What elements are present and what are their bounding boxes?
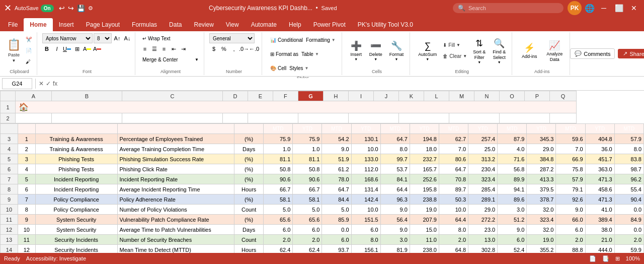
fill-button[interactable]: ⬇ Fill ▼ [441,40,469,50]
cell-f[interactable]: 90.6 [293,174,322,184]
view-normal-button[interactable]: 📄 [589,255,596,262]
cell-n[interactable]: 384.8 [527,154,556,164]
cell-i[interactable]: 99.7 [380,154,410,164]
row-header-13[interactable]: 13 [1,235,18,245]
format-painter-button[interactable]: 🖌 [24,57,34,67]
minimize-button[interactable]: ─ [598,2,610,14]
cell-g[interactable]: 61.2 [322,164,351,174]
align-right-button[interactable]: ≡ [159,44,169,53]
cell-e[interactable]: 6.0 [264,225,293,235]
view-layout-button[interactable]: 📑 [602,255,609,262]
cell-l[interactable]: 13.0 [468,235,498,245]
cell-f[interactable]: 1.0 [293,144,322,154]
increase-indent-button[interactable]: ⇥ [179,44,188,53]
tab-page-layout[interactable]: Page Layout [80,18,126,31]
share-button[interactable]: ↗ Share [618,49,644,58]
cell-o[interactable]: 66.9 [556,154,585,164]
cell-p[interactable]: 21.0 [585,235,614,245]
cell-k[interactable]: 2.0 [439,235,468,245]
cell-name[interactable]: Phishing Click Rate [117,164,234,174]
cell-i[interactable]: 53.7 [380,164,410,174]
cell-o[interactable]: 57.9 [556,174,585,184]
cell-l[interactable]: 285.4 [468,184,498,194]
font-size-select[interactable]: 8 [94,33,112,43]
cell-group[interactable]: Incident Reporting [35,174,117,184]
cell-o[interactable]: 75.8 [556,164,585,174]
cell-unit[interactable]: Hours [234,184,264,194]
cell-e[interactable]: 58.1 [264,194,293,205]
globe-icon[interactable]: 🌐 [585,4,595,13]
cell-group[interactable]: Incident Reporting [35,184,117,194]
cell-group[interactable]: Phishing Tests [35,154,117,164]
cell-l[interactable]: 323.4 [468,174,498,184]
cell-n[interactable]: 323.4 [527,215,556,225]
confirm-formula-icon[interactable]: ✓ [46,80,51,87]
cell-group[interactable]: Training & Awareness [35,144,117,154]
cell-p[interactable]: 38.0 [585,225,614,235]
sort-filter-button[interactable]: ⇅ Sort & Filter ▼ [470,37,489,64]
cell-f[interactable]: 81.1 [293,154,322,164]
cell-l[interactable]: 272.2 [468,215,498,225]
cell-e[interactable]: 75.9 [264,134,293,144]
cell-q[interactable]: 57.9 [614,134,643,144]
autosum-button[interactable]: ∑ AutoSum ▼ [415,37,440,64]
col-b[interactable]: B [51,91,122,101]
italic-button[interactable]: I [52,44,61,53]
cell-name[interactable]: Vulnerability Patch Compliance Rate [117,215,234,225]
cell-f[interactable]: 62.4 [293,245,322,253]
row-header-12[interactable]: 12 [1,225,18,235]
cell-m[interactable]: 4.0 [498,144,527,154]
cell-e[interactable]: 2.0 [264,235,293,245]
cell-i[interactable]: 8.0 [380,144,410,154]
cell-j[interactable]: 252.6 [410,174,439,184]
decrease-indent-button[interactable]: ⇤ [169,44,178,53]
cell-h[interactable]: 156.1 [351,245,380,253]
cell-g[interactable]: 93.7 [322,245,351,253]
cell-num[interactable]: 9 [18,215,35,225]
cell-unit[interactable]: Count [234,205,264,215]
cell-j[interactable]: 15.0 [410,225,439,235]
spreadsheet[interactable]: A B C D E F G H I J K L M N O P Q [0,91,644,253]
cell-num[interactable]: 5 [18,174,35,184]
cell-j[interactable]: 195.8 [410,184,439,194]
cell-n[interactable]: 287.2 [527,164,556,174]
align-center-button[interactable]: ☰ [150,44,159,53]
cell-group[interactable]: Security Incidents [35,235,117,245]
cell-o[interactable]: 9.0 [556,205,585,215]
cell-f[interactable]: 66.7 [293,184,322,194]
cell-name[interactable]: Average Time to Patch Vulnerabilities [117,225,234,235]
cell-l[interactable]: 302.8 [468,245,498,253]
cell-o[interactable]: 59.6 [556,134,585,144]
row-header-11[interactable]: 11 [1,215,18,225]
cell-h[interactable]: 133.0 [351,154,380,164]
cell-group[interactable]: Policy Compliance [35,194,117,205]
cell-name[interactable]: Average Incident Reporting Time [117,184,234,194]
cell-g[interactable]: 54.2 [322,134,351,144]
cell-p[interactable]: 444.0 [585,245,614,253]
cell-j[interactable]: 18.0 [410,144,439,154]
cell-k[interactable]: 10.0 [439,205,468,215]
font-decrease-button[interactable]: A↓ [123,34,132,43]
cell-g[interactable]: 51.9 [322,154,351,164]
cell-i[interactable]: 9.0 [380,205,410,215]
cell-l[interactable]: 230.4 [468,164,498,174]
profile-avatar[interactable]: PK [568,1,582,15]
cell-o[interactable]: 66.0 [556,215,585,225]
merge-dropdown[interactable]: ▼ [195,57,199,62]
row-header-2[interactable]: 2 [1,113,16,123]
cell-p[interactable]: 41.0 [585,205,614,215]
tab-file[interactable]: File [2,18,24,31]
cell-unit[interactable]: (%) [234,194,264,205]
cell-name[interactable]: Phishing Simulation Success Rate [117,154,234,164]
row-header-4[interactable]: 4 [1,144,18,154]
cell-q[interactable]: 0.0 [614,225,643,235]
col-m[interactable]: M [449,91,474,101]
cell-group[interactable]: Phishing Tests [35,164,117,174]
cell-n[interactable]: 32.0 [527,205,556,215]
cell-unit[interactable]: Count [234,235,264,245]
format-cells-button[interactable]: 🔧 Format ▼ [386,37,407,64]
number-format-select[interactable]: General [209,33,255,43]
cell-k[interactable]: 50.3 [439,194,468,205]
cell-f[interactable]: 5.0 [293,205,322,215]
increase-decimal-button[interactable]: .0→ [239,44,249,53]
